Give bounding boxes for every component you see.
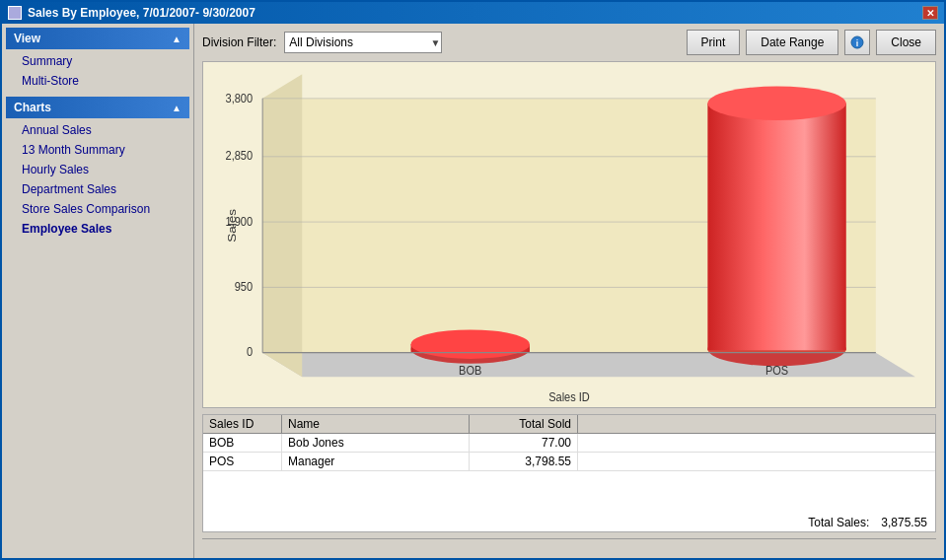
sidebar-item-employee-sales[interactable]: Employee Sales <box>6 219 189 239</box>
close-button[interactable]: Close <box>876 30 936 55</box>
sidebar-item-annual-sales[interactable]: Annual Sales <box>6 120 189 140</box>
svg-text:POS: POS <box>765 363 788 378</box>
info-icon-button[interactable]: i <box>844 30 870 55</box>
print-button[interactable]: Print <box>687 30 741 55</box>
svg-rect-21 <box>707 104 845 351</box>
title-close-button[interactable]: ✕ <box>922 6 938 20</box>
window-title: Sales By Employee, 7/01/2007- 9/30/2007 <box>28 6 255 20</box>
title-bar: Sales By Employee, 7/01/2007- 9/30/2007 … <box>2 2 944 24</box>
svg-text:Sales: Sales <box>226 209 239 243</box>
sidebar-item-hourly-sales[interactable]: Hourly Sales <box>6 160 189 179</box>
col-header-total: Total Sold <box>470 415 578 433</box>
svg-text:3,800: 3,800 <box>226 90 254 105</box>
top-bar-left: Division Filter: All Divisions ▼ <box>202 32 442 53</box>
svg-point-19 <box>411 329 530 358</box>
svg-marker-5 <box>262 74 302 377</box>
chart-container: 0 950 1,900 2,850 3,800 Sales <box>202 61 936 408</box>
view-section-header[interactable]: View ▲ <box>6 28 189 49</box>
view-chevron-icon: ▲ <box>172 34 182 44</box>
chart-svg: 0 950 1,900 2,850 3,800 Sales <box>203 62 935 407</box>
sidebar-item-summary[interactable]: Summary <box>6 51 189 71</box>
main-content: View ▲ Summary Multi-Store Charts ▲ Annu… <box>2 24 944 558</box>
col-header-name: Name <box>282 415 470 433</box>
right-panel: Division Filter: All Divisions ▼ Print D… <box>194 24 944 558</box>
cell-salesid-1: POS <box>203 453 282 470</box>
table-row: POS Manager 3,798.55 <box>203 453 935 471</box>
sidebar-item-13-month-summary[interactable]: 13 Month Summary <box>6 140 189 160</box>
svg-text:BOB: BOB <box>459 363 481 378</box>
division-filter-label: Division Filter: <box>202 35 276 49</box>
cell-salesid-0: BOB <box>203 434 282 452</box>
table-body: BOB Bob Jones 77.00 POS Manager 3,798.55 <box>203 434 935 514</box>
svg-point-22 <box>707 87 845 120</box>
sidebar-item-department-sales[interactable]: Department Sales <box>6 179 189 199</box>
top-bar: Division Filter: All Divisions ▼ Print D… <box>202 30 936 55</box>
view-section-label: View <box>14 32 40 45</box>
app-icon <box>8 6 22 20</box>
sidebar-item-store-sales-comparison[interactable]: Store Sales Comparison <box>6 199 189 219</box>
svg-text:2,850: 2,850 <box>226 148 254 163</box>
svg-text:950: 950 <box>235 279 254 294</box>
charts-section-header[interactable]: Charts ▲ <box>6 97 189 118</box>
division-filter-wrapper: All Divisions ▼ <box>284 32 442 53</box>
svg-text:0: 0 <box>247 344 253 359</box>
totals-row: Total Sales: 3,875.55 <box>203 514 935 531</box>
table-row: BOB Bob Jones 77.00 <box>203 434 935 453</box>
data-table: Sales ID Name Total Sold BOB Bob Jones 7… <box>202 414 936 532</box>
charts-section-label: Charts <box>14 101 51 114</box>
cell-total-0: 77.00 <box>470 434 578 452</box>
table-header: Sales ID Name Total Sold <box>203 415 935 434</box>
date-range-button[interactable]: Date Range <box>746 30 838 55</box>
svg-text:Sales ID: Sales ID <box>548 389 590 404</box>
sidebar-item-multi-store[interactable]: Multi-Store <box>6 71 189 91</box>
cell-name-1: Manager <box>282 453 470 470</box>
division-filter-select[interactable]: All Divisions <box>284 32 442 53</box>
main-window: Sales By Employee, 7/01/2007- 9/30/2007 … <box>0 0 946 560</box>
svg-text:i: i <box>856 38 859 48</box>
title-bar-left: Sales By Employee, 7/01/2007- 9/30/2007 <box>8 6 255 20</box>
top-bar-buttons: Print Date Range i Close <box>687 30 936 55</box>
cell-total-1: 3,798.55 <box>470 453 578 470</box>
charts-chevron-icon: ▲ <box>172 103 182 113</box>
sidebar: View ▲ Summary Multi-Store Charts ▲ Annu… <box>2 24 194 558</box>
scrollbar-area[interactable] <box>202 538 936 552</box>
col-header-salesid: Sales ID <box>203 415 282 433</box>
total-sales-label: Total Sales: <box>808 516 869 529</box>
cell-name-0: Bob Jones <box>282 434 470 452</box>
total-sales-value: 3,875.55 <box>881 516 927 529</box>
